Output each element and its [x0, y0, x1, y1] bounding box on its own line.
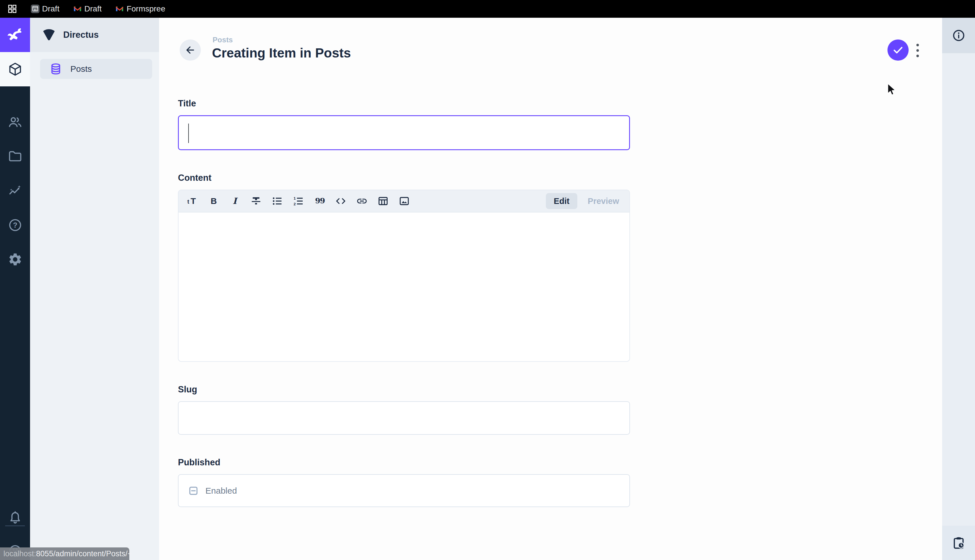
tab-grid-icon[interactable] [7, 4, 17, 14]
text-caret [188, 123, 189, 143]
dot [917, 44, 919, 46]
browser-tab-formspree[interactable]: Formspree [115, 4, 165, 13]
published-field: Enabled [178, 474, 630, 507]
nav-collections: Posts [30, 52, 159, 79]
tab-label: Draft [84, 4, 102, 13]
blockquote-button[interactable]: 99 [312, 193, 327, 209]
link-button[interactable] [354, 193, 370, 209]
info-sidebar-button[interactable] [942, 18, 975, 53]
svg-text:T: T [190, 196, 196, 206]
nav-sidebar: Directus Posts [30, 18, 159, 560]
table-button[interactable] [375, 193, 391, 209]
fan-logo-icon [42, 27, 57, 42]
slug-field-label: Slug [178, 385, 630, 394]
svg-text:B: B [210, 196, 217, 206]
tab-label: Formspree [127, 4, 165, 13]
content-editor-body[interactable] [178, 213, 629, 361]
browser-tab-bar: 31 Draft Draft Formspree [0, 0, 975, 18]
right-sidebar [942, 18, 975, 560]
content-editor-toolbar: t T B I [178, 190, 629, 213]
image-button[interactable] [397, 193, 412, 209]
bullet-list-button[interactable] [270, 193, 285, 209]
module-users[interactable] [0, 107, 30, 138]
revisions-sidebar-button[interactable] [942, 526, 975, 560]
strikethrough-button[interactable] [248, 193, 264, 209]
insights-icon [8, 183, 23, 198]
editor-mode-switch: Edit Preview [546, 193, 625, 209]
dot [917, 55, 919, 57]
project-header[interactable]: Directus [30, 18, 159, 52]
database-icon [49, 62, 62, 75]
text-size-button[interactable]: t T [185, 193, 200, 209]
svg-text:?: ? [13, 221, 17, 229]
title-input[interactable] [178, 115, 630, 150]
gmail-favicon-icon [73, 5, 82, 13]
bold-button[interactable]: B [206, 193, 222, 209]
directus-rabbit-icon [6, 26, 24, 44]
people-icon [8, 115, 23, 130]
browser-tab-draft-calendar[interactable]: 31 Draft [31, 4, 60, 13]
info-icon [952, 28, 965, 42]
status-url-rest: 8055/admin/content/Posts/+ [36, 549, 132, 558]
gmail-favicon-icon [115, 5, 124, 13]
status-url-prefix: localhost: [3, 549, 36, 558]
published-checkbox-label: Enabled [205, 486, 237, 496]
breadcrumb[interactable]: Posts [213, 35, 233, 44]
svg-text:I: I [233, 196, 238, 206]
notifications-bell-button[interactable] [0, 502, 30, 533]
browser-status-url: localhost:8055/admin/content/Posts/+ [0, 547, 129, 560]
code-button[interactable] [333, 193, 348, 209]
title-field-label: Title [178, 99, 630, 108]
svg-text:t: t [187, 198, 189, 205]
module-settings[interactable] [0, 244, 30, 275]
main-content: Posts Creating Item in Posts Title Conte… [159, 18, 942, 560]
calendar-favicon-icon: 31 [31, 5, 40, 13]
check-icon [892, 44, 904, 56]
directus-app: ? [0, 18, 975, 560]
folder-icon [8, 149, 23, 164]
module-docs-help[interactable]: ? [0, 209, 30, 241]
svg-text:1: 1 [293, 196, 296, 200]
mouse-cursor [885, 82, 898, 96]
content-editor: t T B I [178, 190, 630, 362]
module-insights[interactable] [0, 175, 30, 207]
arrow-left-icon [185, 44, 196, 56]
module-files[interactable] [0, 141, 30, 172]
nav-item-posts[interactable]: Posts [40, 59, 152, 79]
published-field-label: Published [178, 458, 630, 467]
nav-item-label: Posts [70, 64, 92, 74]
module-content-active[interactable] [0, 52, 30, 87]
preview-mode-button[interactable]: Preview [581, 193, 625, 209]
dot [917, 49, 919, 52]
back-button[interactable] [180, 40, 201, 61]
help-question-icon: ? [8, 218, 23, 233]
tab-label: Draft [42, 4, 60, 13]
published-checkbox-indeterminate[interactable] [188, 485, 199, 497]
svg-text:2: 2 [293, 202, 295, 206]
content-field-label: Content [178, 173, 630, 183]
revisions-clipboard-clock-icon [952, 536, 966, 550]
right-sidebar-body [942, 53, 975, 526]
gear-icon [8, 252, 23, 267]
directus-logo-button[interactable] [0, 18, 30, 52]
item-form: Title Content t T B [178, 99, 630, 507]
svg-text:31: 31 [34, 8, 37, 11]
browser-tab-draft-gmail[interactable]: Draft [73, 4, 102, 13]
slug-input[interactable] [178, 401, 630, 435]
numbered-list-button[interactable]: 1 2 [291, 193, 306, 209]
bell-icon [8, 510, 23, 525]
module-bar-divider [5, 525, 25, 526]
box-icon [8, 62, 23, 77]
save-button[interactable] [887, 40, 908, 61]
page-title: Creating Item in Posts [212, 45, 351, 61]
project-name: Directus [63, 30, 99, 40]
svg-text:99: 99 [315, 196, 325, 205]
edit-mode-button[interactable]: Edit [546, 193, 578, 209]
item-options-menu-button[interactable] [915, 42, 920, 59]
module-bar: ? [0, 18, 30, 560]
italic-button[interactable]: I [227, 193, 243, 209]
